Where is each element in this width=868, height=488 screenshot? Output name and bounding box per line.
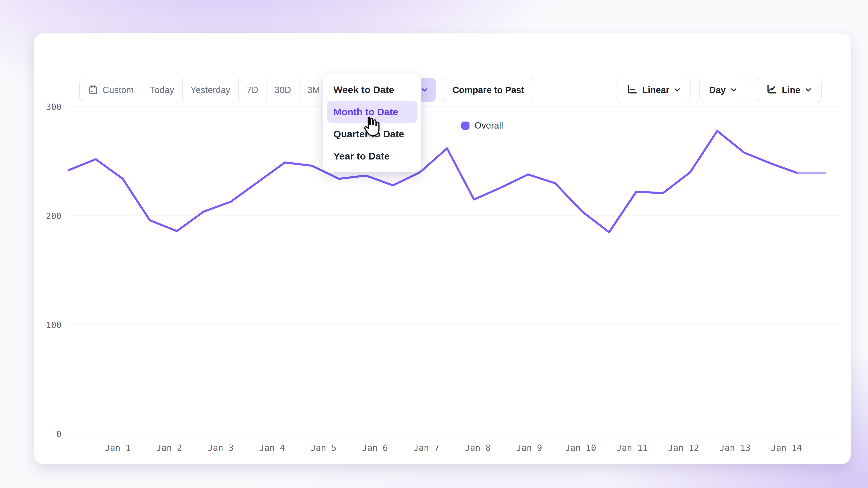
chevron-down-icon bbox=[421, 87, 428, 93]
compare-to-past-label: Compare to Past bbox=[453, 85, 524, 95]
range-button-label: Custom bbox=[103, 85, 134, 95]
range-button-label: Today bbox=[150, 85, 174, 95]
interval-dropdown-button[interactable]: Day bbox=[699, 78, 747, 102]
chevron-down-icon bbox=[730, 87, 737, 93]
legend-swatch bbox=[461, 122, 469, 130]
range-button-7d[interactable]: 7D bbox=[238, 78, 266, 102]
chart-type-dropdown-label: Line bbox=[782, 85, 800, 95]
compare-to-past-button[interactable]: Compare to Past bbox=[442, 78, 534, 102]
menu-item-year-to-date[interactable]: Year to Date bbox=[327, 145, 417, 167]
chevron-down-icon bbox=[805, 87, 812, 93]
interval-dropdown-label: Day bbox=[709, 85, 725, 95]
range-button-yesterday[interactable]: Yesterday bbox=[182, 78, 238, 102]
range-button-30d[interactable]: 30D bbox=[266, 78, 299, 102]
menu-item-week-to-date[interactable]: Week to Date bbox=[327, 78, 417, 101]
chevron-down-icon bbox=[674, 87, 681, 93]
calendar-icon bbox=[88, 85, 98, 95]
range-button-custom[interactable]: Custom bbox=[80, 78, 142, 102]
range-button-label: 7D bbox=[247, 85, 258, 95]
range-button-label: 3M bbox=[307, 85, 320, 95]
range-button-label: Yesterday bbox=[191, 85, 230, 95]
toolbar: CustomTodayYesterday7D30D3M6M12MXTD Comp… bbox=[79, 78, 822, 102]
chart-type-dropdown-button[interactable]: Line bbox=[756, 78, 822, 102]
scale-dropdown-button[interactable]: Linear bbox=[616, 78, 690, 102]
axis-scale-icon bbox=[626, 84, 638, 96]
hand-cursor-icon bbox=[361, 116, 381, 137]
line-chart-icon bbox=[766, 84, 777, 96]
menu-item-label: Year to Date bbox=[333, 151, 390, 162]
scale-dropdown-label: Linear bbox=[642, 85, 669, 95]
range-button-today[interactable]: Today bbox=[142, 78, 182, 102]
range-button-label: 30D bbox=[274, 85, 291, 95]
chart-legend: Overall bbox=[461, 121, 503, 131]
chart-option-buttons: Linear Day Line bbox=[616, 78, 822, 102]
analytics-card: CustomTodayYesterday7D30D3M6M12MXTD Comp… bbox=[34, 33, 851, 464]
menu-item-label: Week to Date bbox=[333, 84, 394, 95]
legend-label: Overall bbox=[474, 121, 503, 131]
